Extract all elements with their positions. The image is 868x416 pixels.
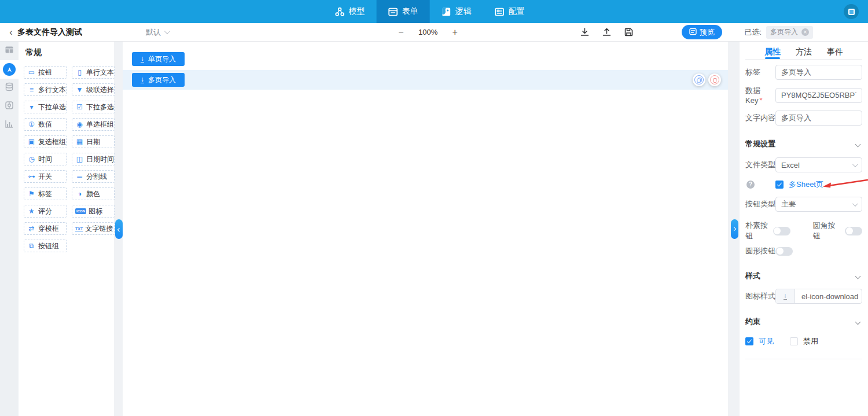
palette-item-cascade-select[interactable]: ▼级联选择 <box>72 83 115 96</box>
top-nav: 模型 表单 逻辑 配置 <box>0 0 868 23</box>
palette-item-number[interactable]: ①数值 <box>24 118 67 131</box>
back-button[interactable]: ‹ <box>6 28 16 37</box>
multi-import-button[interactable]: ↓ 多页导入 <box>132 73 185 87</box>
cascade-select-icon: ▼ <box>75 86 84 93</box>
palette-item-radio-group[interactable]: ◉单选框组 <box>72 118 115 131</box>
palette-item-multi-line-text[interactable]: ≡多行文本 <box>24 83 67 96</box>
icon-picker-button[interactable]: ↓ <box>776 289 795 303</box>
field-file-type: 文件类型 Excel <box>745 157 862 172</box>
zoom-in-button[interactable]: + <box>450 27 459 38</box>
circle-button-toggle[interactable] <box>775 247 793 256</box>
palette-item-button[interactable]: ▭按钮 <box>24 66 67 79</box>
palette-item-label: 标签 <box>38 189 52 199</box>
file-type-value: Excel <box>781 161 800 170</box>
rail-item-charts[interactable] <box>0 116 19 134</box>
zoom-out-button[interactable]: − <box>396 27 406 38</box>
user-avatar[interactable] <box>844 4 859 19</box>
palette-item-divider[interactable]: ═分割线 <box>72 170 115 183</box>
palette-item-label: 颜色 <box>86 189 100 199</box>
nav-tab-config[interactable]: 配置 <box>483 0 536 23</box>
number-icon: ① <box>27 121 36 128</box>
palette-item-select-single[interactable]: ▾下拉单选 <box>24 101 67 113</box>
nav-tab-logic[interactable]: 逻辑 <box>430 0 483 23</box>
tab-properties[interactable]: 属性 <box>764 47 781 59</box>
selected-tag: 多页导入 × <box>766 26 813 39</box>
tab-events[interactable]: 事件 <box>827 47 843 59</box>
palette-item-select-multi[interactable]: ☑下拉多选 <box>72 101 115 113</box>
section-general-settings[interactable]: 常规设置 <box>745 139 862 149</box>
delete-button[interactable] <box>708 73 721 86</box>
palette-item-checkbox-group[interactable]: ▣复选框组 <box>24 135 67 148</box>
disabled-checkbox[interactable] <box>790 337 798 345</box>
datakey-input[interactable] <box>775 88 862 103</box>
tag-close-icon[interactable]: × <box>801 28 809 36</box>
inspector-tabs: 属性 方法 事件 <box>745 42 862 60</box>
section-constraint[interactable]: 约束 <box>745 316 862 327</box>
rail-item-settings[interactable] <box>0 97 19 116</box>
download-icon: ↓ <box>141 76 144 84</box>
palette-header: 常规 <box>25 47 114 58</box>
model-icon <box>335 7 345 17</box>
version-select[interactable]: 默认 <box>146 27 168 38</box>
visible-checkbox[interactable] <box>745 337 753 345</box>
multi-sheet-checkbox[interactable] <box>775 181 784 189</box>
preview-icon <box>689 28 697 37</box>
file-type-select[interactable]: Excel <box>775 157 862 172</box>
button-type-select[interactable]: 主要 <box>775 197 862 212</box>
download-icon[interactable] <box>579 27 590 38</box>
preview-button[interactable]: 预览 <box>682 25 722 39</box>
required-asterisk: * <box>759 96 762 105</box>
plain-button-toggle[interactable] <box>773 227 790 235</box>
palette-item-button-group[interactable]: ⧉按钮组 <box>24 240 67 252</box>
collapse-right-panel-handle[interactable] <box>731 219 738 239</box>
round-corner-button-toggle[interactable] <box>845 227 862 235</box>
palette-item-rating[interactable]: ★评分 <box>24 205 67 218</box>
annotation-arrow-icon <box>818 177 868 190</box>
palette-item-icon[interactable]: ICON图标 <box>72 205 115 218</box>
canvas-row-multi-import-selected[interactable]: ↓ 多页导入 <box>123 70 728 90</box>
form-canvas[interactable]: ↓ 单页导入 ↓ 多页导入 <box>123 42 728 416</box>
copy-button[interactable] <box>693 73 705 86</box>
single-import-button[interactable]: ↓ 单页导入 <box>132 52 185 66</box>
palette-item-switch[interactable]: ⊶开关 <box>24 170 67 183</box>
nav-tab-label: 表单 <box>402 6 418 17</box>
chevron-down-icon <box>855 141 861 147</box>
canvas-row-single-import[interactable]: ↓ 单页导入 <box>123 49 728 69</box>
palette-item-label: 级联选择 <box>86 85 114 95</box>
palette-item-datetime[interactable]: ◫日期时间 <box>72 153 115 165</box>
text-content-input[interactable] <box>775 111 862 126</box>
nav-tab-form[interactable]: 表单 <box>377 0 430 23</box>
palette-item-transfer[interactable]: ⇄穿梭框 <box>24 222 67 235</box>
save-icon[interactable] <box>623 27 634 38</box>
rail-item-layout[interactable] <box>0 42 19 60</box>
button-type-value: 主要 <box>781 199 796 209</box>
palette-item-label: 日期 <box>86 137 100 147</box>
field-label-name: 标签 <box>745 67 775 78</box>
layout-icon <box>5 45 14 57</box>
palette-item-text-link[interactable]: TXT文字链接 <box>72 222 115 235</box>
palette-item-single-line-text[interactable]: ▯单行文本 <box>72 66 115 79</box>
palette-item-color[interactable]: ◑颜色 <box>72 187 115 200</box>
left-rail <box>0 42 19 416</box>
divider <box>745 359 862 359</box>
tab-methods[interactable]: 方法 <box>796 47 812 59</box>
row-actions <box>693 73 721 86</box>
section-style[interactable]: 样式 <box>745 271 862 281</box>
label-input[interactable] <box>775 65 862 80</box>
trash-icon <box>710 75 719 84</box>
collapse-left-panel-handle[interactable] <box>115 219 123 239</box>
help-icon[interactable]: ? <box>746 181 755 189</box>
upload-icon[interactable] <box>601 27 612 38</box>
rail-item-designer[interactable] <box>0 60 19 79</box>
palette-item-time[interactable]: ◷时间 <box>24 153 67 165</box>
rail-item-data[interactable] <box>0 79 19 97</box>
select-multi-icon: ☑ <box>75 104 84 111</box>
single-line-text-icon: ▯ <box>75 69 84 76</box>
field-text-content: 文字内容 <box>745 111 862 126</box>
copy-icon <box>694 75 704 84</box>
palette-item-date[interactable]: ▦日期 <box>72 135 115 148</box>
palette-item-label: 开关 <box>38 172 52 182</box>
icon-style-value[interactable]: el-icon-download <box>795 289 862 303</box>
palette-item-label-tag[interactable]: ⚑标签 <box>24 187 67 200</box>
nav-tab-model[interactable]: 模型 <box>323 0 377 23</box>
